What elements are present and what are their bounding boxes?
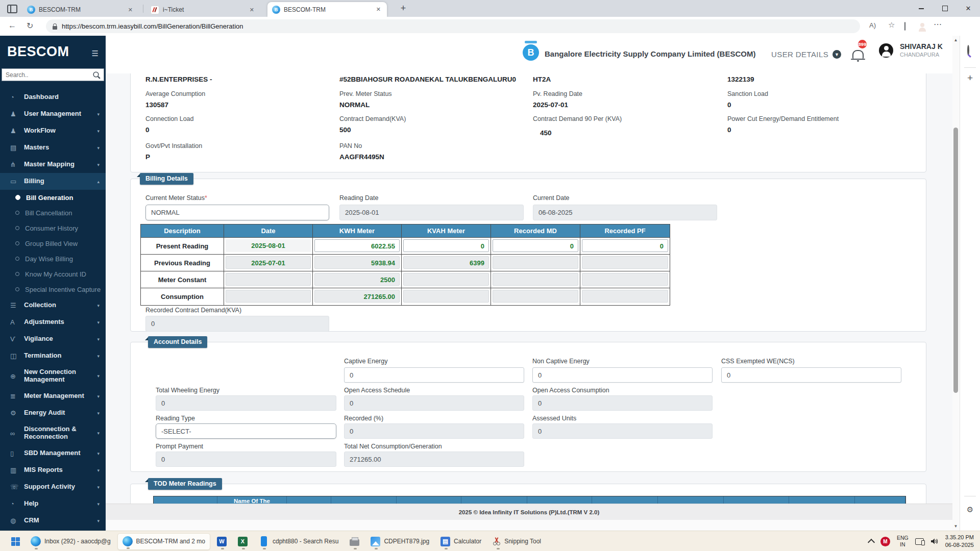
tod-table-header: Name Of The xyxy=(153,496,906,504)
add-panel-icon[interactable]: + xyxy=(960,72,980,84)
taskbar-app-printer[interactable] xyxy=(345,533,364,550)
sidebar-item-adjustments[interactable]: AAdjustments▾ xyxy=(0,314,106,331)
user-avatar[interactable] xyxy=(879,43,893,58)
sidebar-item-meter-management[interactable]: ≣Meter Management▾ xyxy=(0,388,106,405)
row-label: Consumption xyxy=(141,288,224,305)
sidebar-subitem-group-billed-view[interactable]: Group Billed View xyxy=(0,236,106,251)
search-icon xyxy=(93,71,99,77)
sidebar-item-help[interactable]: ◔Help▾ xyxy=(0,495,106,512)
taskbar-app-cdpeht879-jpg[interactable]: CDPEHT879.jpg xyxy=(366,533,434,550)
page-scrollbar[interactable]: ▲ ▼ xyxy=(951,36,960,531)
sidebar-subitem-day-wise-billing[interactable]: Day Wise Billing xyxy=(0,251,106,266)
open-access-consumption-label: Open Access Consumption xyxy=(532,387,609,394)
browser-tab-3-active[interactable]: BESCOM-TRM ✕ xyxy=(267,2,387,17)
tab-close-icon[interactable]: ✕ xyxy=(127,6,134,14)
cell-value-input[interactable]: 0 xyxy=(403,239,489,252)
reading-date-label: Reading Date xyxy=(339,194,378,202)
gear-icon[interactable]: ⚙ xyxy=(960,505,980,514)
captive-energy-field[interactable]: 0 xyxy=(344,367,524,383)
refresh-icon[interactable]: ↻ xyxy=(27,21,33,31)
sidebar-item-vigilance[interactable]: ѴVigilance▾ xyxy=(0,331,106,347)
scroll-up-icon[interactable]: ▲ xyxy=(952,38,960,42)
taskbar-clock[interactable]: 3.35.20 PM06-08-2025 xyxy=(945,534,974,549)
running-indicator xyxy=(375,548,378,549)
sidebar-subitem-bill-cancellation[interactable]: Bill Cancellation xyxy=(0,205,106,220)
hamburger-menu-icon[interactable]: ☰ xyxy=(92,49,99,58)
cell-value xyxy=(493,273,578,286)
field-value: 1322139 xyxy=(727,76,921,83)
sidebar-item-workflow[interactable]: ♟WorkFlow▾ xyxy=(0,122,106,139)
css-exempted-we-ncs--field[interactable]: 0 xyxy=(721,367,901,383)
workspaces-icon[interactable] xyxy=(7,5,17,13)
scrollbar-thumb[interactable] xyxy=(953,128,958,393)
sidebar-item-masters[interactable]: ▤Masters▾ xyxy=(0,139,106,156)
sidebar-item-user-management[interactable]: ♟User Management▾ xyxy=(0,106,106,122)
browser-tab-2[interactable]: i~Ticket ✕ xyxy=(146,3,260,17)
language-indicator[interactable]: ENGIN xyxy=(897,535,909,547)
favorite-star-icon[interactable]: ☆ xyxy=(888,20,895,30)
sidebar-subitem-consumer-history[interactable]: Consumer History xyxy=(0,220,106,236)
taskbar-app-cdpht880-search-resu[interactable]: cdpht880 - Search Resu xyxy=(254,533,343,550)
sidebar-item-dashboard[interactable]: ◔Dashboard xyxy=(0,89,106,106)
field-value: 0 xyxy=(727,101,921,109)
browser-tab-1[interactable]: BESCOM-TRM ✕ xyxy=(22,3,139,17)
network-icon[interactable] xyxy=(915,538,924,545)
sidebar-item-termination[interactable]: ◫Termination▾ xyxy=(0,347,106,364)
tab-close-icon[interactable]: ✕ xyxy=(375,5,382,14)
url-field[interactable]: https://bescom.trm.ieasybill.com/BillGen… xyxy=(46,19,860,33)
cell-value-input[interactable]: 0 xyxy=(493,239,578,252)
taskbar-app-calculator[interactable]: Calculator xyxy=(436,533,486,550)
more-menu-icon[interactable]: ⋯ xyxy=(934,19,942,29)
sidebar-item-support-activity[interactable]: ☏Support Activity▾ xyxy=(0,479,106,495)
taskbar-app-label: cdpht880 - Search Resu xyxy=(273,538,338,545)
taskbar-app-bescom-trm-and-2-mo[interactable]: BESCOM-TRM and 2 mo xyxy=(117,533,210,550)
tab-close-icon[interactable]: ✕ xyxy=(248,6,256,14)
search-icon[interactable] xyxy=(967,46,969,55)
sidebar-item-disconnection-reconnection[interactable]: ∞Disconnection & Reconnection▾ xyxy=(0,421,106,445)
sidebar-item-master-mapping[interactable]: ⋔Master Mapping▾ xyxy=(0,156,106,173)
taskbar-app-inbox-292-aaocdp-g[interactable]: Inbox (292) - aaocdp@g xyxy=(26,533,115,550)
sidebar-item-crm[interactable]: ◍CRM▾ xyxy=(0,512,106,529)
read-aloud-icon[interactable]: A) xyxy=(869,21,876,29)
window-minimize-button[interactable] xyxy=(910,0,933,17)
current-meter-status-select[interactable]: NORMAL xyxy=(145,205,329,220)
reading-type-field[interactable]: -SELECT- xyxy=(156,423,336,439)
sidebar-subitem-special-incentive-capture[interactable]: Special Incentive Capture xyxy=(0,282,106,297)
consumer-field: #52BBIAHOSUR ROADANEKAL TALUKBENGALURU0 xyxy=(339,76,533,83)
taskbar-app-excel[interactable] xyxy=(233,533,252,550)
field-value: AAGFR4495N xyxy=(339,153,533,161)
field-label: Average Conumption xyxy=(145,90,339,97)
sidebar-item-sbd-management[interactable]: ▯SBD Management▾ xyxy=(0,445,106,462)
sidebar-item-new-connection-management[interactable]: ⊕New Connection Management▾ xyxy=(0,364,106,388)
taskbar-app-snipping-tool[interactable]: Snipping Tool xyxy=(488,533,546,550)
sidebar-subitem-bill-generation[interactable]: Bill Generation xyxy=(0,190,106,205)
speaker-icon[interactable] xyxy=(930,538,939,545)
field-value: NORMAL xyxy=(339,101,533,109)
sidebar-subitem-know-my-account-id[interactable]: Know My Account ID xyxy=(0,266,106,282)
antivirus-icon[interactable]: M xyxy=(880,537,890,546)
sidebar-search-input[interactable] xyxy=(2,68,104,81)
user-details-dropdown[interactable]: USER DETAILS ▼ xyxy=(771,50,841,59)
taskbar-app-word[interactable] xyxy=(212,533,231,550)
new-tab-button[interactable]: + xyxy=(397,2,409,14)
window-maximize-button[interactable] xyxy=(933,0,957,17)
sidebar-item-billing[interactable]: ▭Billing▴ xyxy=(0,173,106,190)
non-captive-energy-field[interactable]: 0 xyxy=(532,367,713,383)
sidebar-item-label: SBD Management xyxy=(24,449,97,457)
sidebar-item-mis-reports[interactable]: ▥MIS Reports▾ xyxy=(0,462,106,479)
start-button[interactable] xyxy=(11,537,20,546)
chevron-up-icon: ▴ xyxy=(97,179,100,184)
tray-chevron-icon[interactable] xyxy=(868,539,875,546)
cell-value-input[interactable]: 0 xyxy=(582,239,668,252)
table-row: Previous Reading2025-07-015938.946399 xyxy=(141,255,670,271)
back-icon[interactable]: ← xyxy=(8,21,16,30)
edge-icon xyxy=(122,536,133,546)
field-label: Connection Load xyxy=(145,115,339,122)
cell-value-input[interactable]: 6022.55 xyxy=(314,239,400,252)
sidebar-item-collection[interactable]: ☰Collection▾ xyxy=(0,297,106,314)
total-wheeling-energy-label: Total Wheeling Energy xyxy=(156,387,219,394)
favorites-hub-icon[interactable] xyxy=(904,22,905,30)
window-close-button[interactable]: ✕ xyxy=(957,0,980,17)
scroll-down-icon[interactable]: ▼ xyxy=(952,524,960,529)
sidebar-item-energy-audit[interactable]: ⚙Energy Audit▾ xyxy=(0,405,106,421)
